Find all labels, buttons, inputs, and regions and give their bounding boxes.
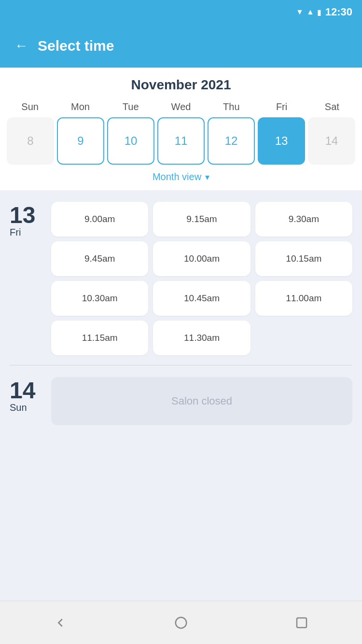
- time-slot-915[interactable]: 9.15am: [153, 202, 250, 237]
- time-slot-1000[interactable]: 10.00am: [153, 241, 250, 276]
- recent-nav-icon: [294, 616, 309, 630]
- day-number-14: 14: [10, 379, 35, 402]
- day-header-sun: Sun: [5, 101, 55, 112]
- day-header-sat: Sat: [307, 101, 357, 112]
- day-cell-13[interactable]: 13: [258, 117, 305, 165]
- battery-icon: ▮: [317, 8, 321, 17]
- time-slot-1115[interactable]: 11.15am: [51, 321, 148, 355]
- time-slot-930[interactable]: 9.30am: [255, 202, 352, 237]
- month-title: November 2021: [5, 77, 357, 93]
- time-slot-1015[interactable]: 10.15am: [255, 241, 352, 276]
- day-cell-14[interactable]: 14: [308, 117, 355, 165]
- nav-recent-button[interactable]: [291, 612, 312, 633]
- day-header-mon: Mon: [55, 101, 105, 112]
- day-header-fri: Fri: [256, 101, 306, 112]
- day-cell-8[interactable]: 8: [7, 117, 54, 165]
- signal-icon: ▲: [306, 8, 314, 16]
- day-section-14: 14 Sun Salon closed: [0, 365, 362, 435]
- day-cell-11[interactable]: 11: [157, 117, 205, 165]
- day-header-wed: Wed: [156, 101, 206, 112]
- svg-rect-1: [297, 618, 306, 628]
- time-slot-1030[interactable]: 10.30am: [51, 281, 148, 316]
- month-view-label: Month view: [153, 171, 201, 182]
- chevron-down-icon: ▾: [205, 172, 209, 182]
- bottom-nav: [0, 601, 362, 644]
- time-grid-13: 9.00am 9.15am 9.30am 9.45am 10.00am 10.1…: [51, 202, 352, 355]
- time-slot-1045[interactable]: 10.45am: [153, 281, 250, 316]
- svg-point-0: [176, 617, 187, 628]
- nav-back-button[interactable]: [50, 612, 71, 633]
- time-slot-900[interactable]: 9.00am: [51, 202, 148, 237]
- day-cells: 8 9 10 11 12 13 14: [5, 117, 357, 165]
- day-cell-9[interactable]: 9: [57, 117, 104, 165]
- status-icons: ▼ ▲ ▮: [296, 8, 321, 17]
- home-nav-icon: [174, 616, 188, 630]
- day-label-13: 13 Fri: [10, 202, 43, 355]
- salon-closed-box: Salon closed: [51, 377, 352, 425]
- day-name-14: Sun: [10, 402, 27, 413]
- day-header-thu: Thu: [206, 101, 256, 112]
- day-cell-10[interactable]: 10: [107, 117, 154, 165]
- day-headers: Sun Mon Tue Wed Thu Fri Sat: [5, 101, 357, 112]
- day-label-14: 14 Sun: [10, 377, 43, 425]
- month-view-toggle[interactable]: Month view ▾: [5, 165, 357, 185]
- slots-area: 13 Fri 9.00am 9.15am 9.30am 9.45am 10.00…: [0, 190, 362, 601]
- time-slot-1130[interactable]: 11.30am: [153, 321, 250, 355]
- status-time: 12:30: [325, 6, 352, 18]
- day-header-tue: Tue: [106, 101, 156, 112]
- nav-home-button[interactable]: [170, 612, 192, 633]
- day-name-13: Fri: [10, 227, 21, 238]
- app-header: ← Select time: [0, 24, 362, 68]
- back-nav-icon: [53, 616, 68, 630]
- status-bar: ▼ ▲ ▮ 12:30: [0, 0, 362, 24]
- time-slot-945[interactable]: 9.45am: [51, 241, 148, 276]
- day-number-13: 13: [10, 204, 35, 227]
- day-section-13: 13 Fri 9.00am 9.15am 9.30am 9.45am 10.00…: [0, 190, 362, 365]
- calendar-section: November 2021 Sun Mon Tue Wed Thu Fri Sa…: [0, 68, 362, 190]
- time-slot-1100[interactable]: 11.00am: [255, 281, 352, 316]
- day-cell-12[interactable]: 12: [208, 117, 255, 165]
- back-button[interactable]: ←: [14, 38, 28, 54]
- page-title: Select time: [38, 38, 114, 54]
- wifi-icon: ▼: [296, 8, 304, 16]
